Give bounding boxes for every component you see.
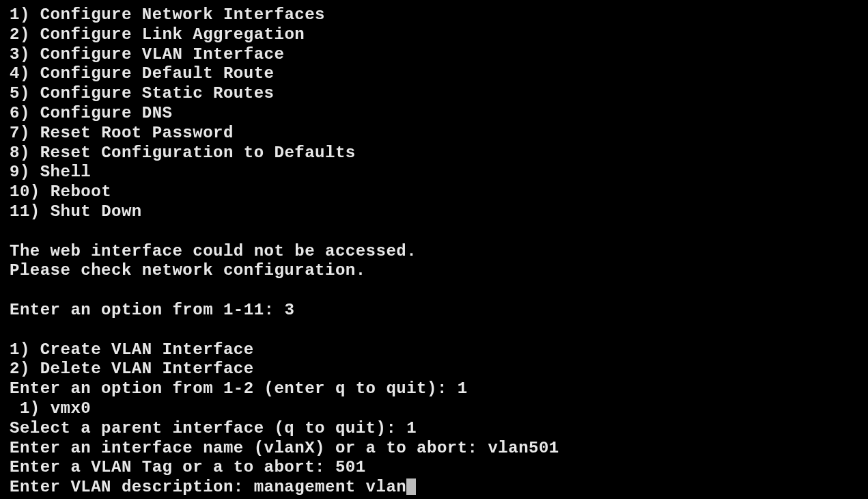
prompt-value: vlan501 (488, 439, 559, 457)
prompt-value: 3 (284, 301, 294, 319)
menu-item-7: 7) Reset Root Password (10, 124, 858, 144)
blank-line (10, 321, 858, 340)
prompt-value: 1 (406, 419, 417, 437)
vlan-menu-item-1: 1) Create VLAN Interface (10, 340, 858, 360)
prompt-text: Enter an option from 1-2 (enter q to qui… (10, 379, 458, 398)
cursor-icon (406, 478, 416, 495)
prompt-text: Enter a VLAN Tag or a to abort: (10, 458, 335, 476)
menu-item-1: 1) Configure Network Interfaces (10, 5, 858, 25)
menu-item-2: 2) Configure Link Aggregation (10, 25, 858, 45)
status-line-1: The web interface could not be accessed. (10, 242, 858, 262)
menu-item-10: 10) Reboot (10, 183, 858, 202)
menu-num: 4 (10, 64, 20, 83)
iface-num: 1 (20, 399, 30, 418)
menu-num: 11 (10, 202, 30, 221)
menu-item-4: 4) Configure Default Route (10, 64, 858, 84)
terminal-screen[interactable]: 1) Configure Network Interfaces 2) Confi… (10, 5, 858, 498)
menu-label: Configure Default Route (40, 64, 275, 83)
main-option-prompt: Enter an option from 1-11: 3 (10, 301, 858, 321)
parent-iface-prompt: Select a parent interface (q to quit): 1 (10, 419, 858, 439)
menu-label: Reset Configuration to Defaults (40, 144, 356, 162)
vlan-tag-prompt: Enter a VLAN Tag or a to abort: 501 (10, 458, 858, 478)
prompt-text: Enter an option from 1-11: (10, 301, 284, 319)
status-line-2: Please check network configuration. (10, 261, 858, 281)
menu-label: Configure Link Aggregation (40, 25, 305, 44)
menu-num: 3 (10, 45, 20, 64)
menu-num: 6 (10, 104, 20, 122)
vlan-menu-item-2: 2) Delete VLAN Interface (10, 360, 858, 379)
menu-num: 7 (10, 124, 20, 142)
menu-num: 5 (10, 84, 20, 103)
menu-num: 1 (10, 5, 20, 24)
prompt-text: Select a parent interface (q to quit): (10, 419, 406, 437)
vlan-desc-prompt[interactable]: Enter VLAN description: management vlan (10, 478, 858, 498)
iface-list-item-1: 1) vmx0 (10, 399, 858, 419)
prompt-text: Enter an interface name (vlanX) or a to … (10, 439, 488, 457)
menu-label: Configure Static Routes (40, 84, 275, 103)
menu-num: 10 (10, 183, 30, 201)
menu-label: Reboot (51, 183, 111, 201)
menu-num: 2 (10, 360, 20, 378)
menu-item-6: 6) Configure DNS (10, 104, 858, 124)
menu-item-3: 3) Configure VLAN Interface (10, 45, 858, 65)
menu-item-11: 11) Shut Down (10, 202, 858, 222)
menu-label: Delete VLAN Interface (40, 360, 254, 378)
menu-num: 1 (10, 340, 20, 359)
menu-label: Configure Network Interfaces (40, 5, 325, 24)
menu-num: 8 (10, 144, 20, 162)
menu-label: Shut Down (51, 202, 142, 221)
menu-label: Reset Root Password (40, 124, 234, 142)
iface-label: vmx0 (51, 399, 92, 418)
prompt-text: Enter VLAN description: (10, 478, 254, 496)
prompt-value: management vlan (254, 478, 407, 496)
menu-label: Configure DNS (40, 104, 173, 122)
menu-item-9: 9) Shell (10, 163, 858, 183)
iface-name-prompt: Enter an interface name (vlanX) or a to … (10, 439, 858, 459)
menu-label: Shell (40, 163, 92, 181)
menu-item-8: 8) Reset Configuration to Defaults (10, 144, 858, 163)
blank-line (10, 281, 858, 301)
prompt-value: 1 (458, 379, 468, 398)
menu-num: 2 (10, 25, 20, 44)
menu-num: 9 (10, 163, 20, 181)
vlan-option-prompt: Enter an option from 1-2 (enter q to qui… (10, 379, 858, 399)
menu-label: Create VLAN Interface (40, 340, 254, 359)
menu-item-5: 5) Configure Static Routes (10, 84, 858, 104)
blank-line (10, 222, 858, 242)
menu-label: Configure VLAN Interface (40, 45, 285, 64)
prompt-value: 501 (335, 458, 366, 476)
